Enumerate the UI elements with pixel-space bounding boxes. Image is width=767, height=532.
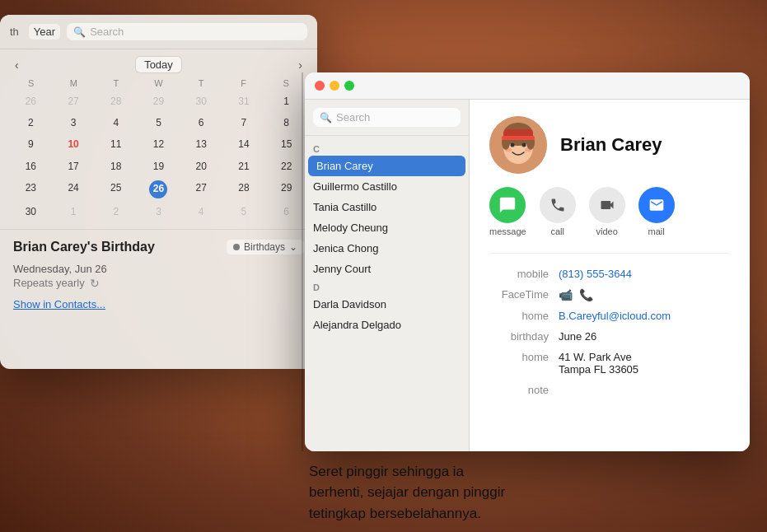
contact-alejandra-delgado[interactable]: Alejandra Delgado (305, 315, 469, 335)
calendar-day-1[interactable]: 1 (53, 202, 95, 222)
calendar-day-12[interactable]: 12 (138, 134, 180, 155)
calendar-cells: 2627282930311234567891011121314151617181… (10, 91, 307, 222)
calendar-badge: Birthdays ⌄ (227, 240, 304, 254)
video-action[interactable]: video (589, 187, 625, 236)
calendar-titlebar: th Year 🔍 Search (0, 15, 317, 49)
calendar-day-25[interactable]: 25 (95, 178, 137, 201)
calendar-day-4[interactable]: 4 (180, 202, 222, 222)
svg-point-7 (511, 143, 515, 147)
address-value: 41 W. Park AveTampa FL 33605 (559, 351, 730, 376)
calendar-day-29[interactable]: 29 (138, 91, 180, 112)
calendar-day-3[interactable]: 3 (53, 113, 95, 133)
calendar-day-3[interactable]: 3 (138, 202, 180, 222)
day-label-t2: T (180, 78, 222, 88)
calendar-day-27[interactable]: 27 (53, 91, 95, 112)
day-label-f: F (222, 78, 265, 88)
calendar-day-26[interactable]: 26 (149, 180, 167, 198)
year-button[interactable]: Year (29, 24, 60, 40)
calendar-day-28[interactable]: 28 (223, 178, 265, 201)
contact-brian-carey[interactable]: Brian Carey (308, 156, 465, 176)
mail-icon (638, 187, 675, 223)
email-label: home (489, 310, 549, 322)
search-icon: 🔍 (320, 112, 332, 124)
prev-month-button[interactable]: ‹ (10, 57, 24, 73)
birthday-label: birthday (489, 330, 549, 343)
svg-point-9 (505, 148, 512, 152)
contacts-body: 🔍 Search C Brian Carey Guillermo Castill… (305, 100, 750, 451)
minimize-button[interactable] (330, 81, 339, 91)
contacts-sidebar: 🔍 Search C Brian Carey Guillermo Castill… (305, 100, 470, 451)
today-button[interactable]: Today (135, 56, 182, 73)
calendar-day-7[interactable]: 7 (223, 113, 265, 133)
fullscreen-button[interactable] (344, 81, 354, 91)
calendar-day-2[interactable]: 2 (10, 113, 52, 133)
calendar-day-5[interactable]: 5 (223, 202, 265, 222)
contact-avatar (489, 116, 547, 174)
calendar-day-21[interactable]: 21 (223, 156, 265, 177)
contact-jenica-chong[interactable]: Jenica Chong (305, 238, 469, 259)
calendar-day-31[interactable]: 31 (223, 91, 265, 112)
calendar-day-18[interactable]: 18 (95, 156, 137, 177)
calendar-day-27[interactable]: 27 (180, 178, 222, 201)
day-label-m: M (53, 78, 96, 88)
call-action[interactable]: call (540, 187, 576, 236)
calendar-day-16[interactable]: 16 (10, 156, 52, 177)
video-label: video (596, 226, 617, 236)
show-in-contacts-link[interactable]: Show in Contacts... (13, 298, 304, 310)
field-facetime: FaceTime 📹 📞 (489, 284, 730, 306)
calendar-day-20[interactable]: 20 (180, 156, 222, 177)
facetime-video-icon[interactable]: 📹 (559, 288, 573, 301)
contact-fields: mobile (813) 555-3644 FaceTime 📹 📞 home … (489, 253, 730, 400)
note-label: note (489, 384, 549, 396)
contact-header: Brian Carey (489, 116, 730, 174)
mobile-value[interactable]: (813) 555-3644 (559, 268, 730, 280)
contacts-search-area: 🔍 Search (305, 100, 469, 136)
contact-actions: message call video (489, 187, 730, 236)
calendar-day-14[interactable]: 14 (223, 134, 265, 155)
email-value[interactable]: B.Careyful@icloud.com (559, 310, 730, 322)
contacts-search-input[interactable]: 🔍 Search (313, 108, 461, 127)
field-address: home 41 W. Park AveTampa FL 33605 (489, 347, 730, 380)
contact-tania-castillo[interactable]: Tania Castillo (305, 197, 469, 217)
field-birthday: birthday June 26 (489, 326, 730, 347)
mail-label: mail (648, 226, 665, 236)
contacts-window: 🔍 Search C Brian Carey Guillermo Castill… (305, 72, 750, 451)
traffic-lights (315, 81, 354, 91)
contact-darla-davidson[interactable]: Darla Davidson (305, 294, 469, 315)
calendar-day-6[interactable]: 6 (180, 113, 222, 133)
call-icon (540, 187, 576, 223)
calendar-day-30[interactable]: 30 (180, 91, 222, 112)
address-label: home (489, 351, 549, 376)
calendar-day-24[interactable]: 24 (53, 178, 95, 201)
facetime-audio-icon[interactable]: 📞 (579, 288, 593, 301)
calendar-day-4[interactable]: 4 (95, 113, 137, 133)
calendar-search-bar[interactable]: 🔍 Search (67, 23, 307, 40)
calendar-day-26[interactable]: 26 (10, 91, 52, 112)
video-icon (589, 187, 625, 223)
calendar-day-23[interactable]: 23 (10, 178, 52, 201)
calendar-day-11[interactable]: 11 (95, 134, 137, 155)
calendar-day-28[interactable]: 28 (95, 91, 137, 112)
dropdown-icon[interactable]: ⌄ (289, 241, 297, 253)
calendar-day-13[interactable]: 13 (180, 134, 222, 155)
calendar-day-2[interactable]: 2 (95, 202, 137, 222)
calendar-day-19[interactable]: 19 (138, 156, 180, 177)
contact-guillermo-castillo[interactable]: Guillermo Castillo (305, 176, 469, 197)
calendar-badge-label: Birthdays (244, 241, 285, 253)
contact-melody-cheung[interactable]: Melody Cheung (305, 217, 469, 238)
calendar-day-30[interactable]: 30 (10, 202, 52, 222)
calendar-day-9[interactable]: 9 (10, 134, 52, 155)
day-label-t1: T (95, 78, 138, 88)
message-action[interactable]: message (489, 187, 526, 236)
contact-jenny-court[interactable]: Jenny Court (305, 259, 469, 279)
days-header: S M T W T F S (10, 78, 307, 88)
close-button[interactable] (315, 81, 325, 91)
mobile-label: mobile (489, 268, 549, 280)
next-month-button[interactable]: › (293, 57, 307, 73)
calendar-day-5[interactable]: 5 (138, 113, 180, 133)
calendar-day-17[interactable]: 17 (53, 156, 95, 177)
repeat-icon: ↻ (90, 277, 100, 290)
mail-action[interactable]: mail (638, 187, 675, 236)
calendar-day-10[interactable]: 10 (53, 134, 95, 155)
calendar-nav-back[interactable]: th (10, 26, 19, 38)
